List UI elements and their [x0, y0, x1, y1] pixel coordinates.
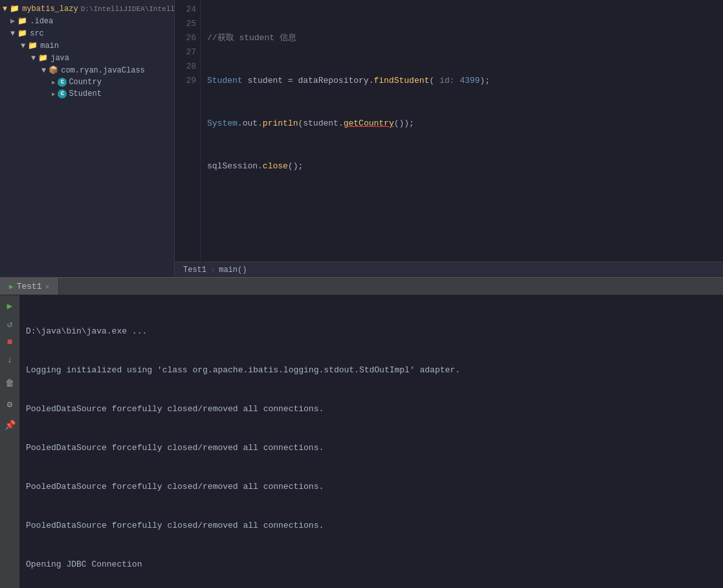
sidebar-country-label: Country — [69, 78, 101, 87]
console-line-3: PooledDataSource forcefully closed/remov… — [26, 442, 717, 455]
sidebar-idea-label: .idea — [30, 17, 53, 26]
code-line-25: Student student = dataRepository.findStu… — [207, 74, 717, 88]
run-tab-close[interactable]: ✕ — [45, 282, 50, 291]
console-line-2: PooledDataSource forcefully closed/remov… — [26, 403, 717, 416]
settings-button[interactable]: ⚙ — [3, 398, 16, 411]
code-content: 24 25 26 27 28 29 //获取 student 信息 Studen… — [175, 0, 723, 262]
run-tab-label: Test1 — [17, 282, 42, 291]
editor-area: ▼ 📁 mybatis_lazy D:\IntelliJIDEA\Intelli… — [0, 0, 723, 277]
run-bar: ▶ Test1 ✕ — [0, 277, 723, 295]
run-icon: ▶ — [9, 282, 14, 291]
project-name: mybatis_lazy — [22, 5, 78, 14]
sidebar-item-student[interactable]: ▶ C Student — [0, 88, 174, 100]
run-button[interactable]: ▶ — [3, 299, 16, 312]
breadcrumb-sep: › — [210, 266, 215, 275]
project-sidebar: ▼ 📁 mybatis_lazy D:\IntelliJIDEA\Intelli… — [0, 0, 175, 277]
stop-button[interactable]: ■ — [3, 335, 16, 348]
code-line-24: //获取 student 信息 — [207, 31, 717, 45]
breadcrumb-file: Test1 — [183, 266, 206, 275]
breadcrumb-bar: Test1 › main() — [175, 262, 723, 277]
sidebar-item-main[interactable]: ▼ 📁 main — [0, 40, 174, 52]
sidebar-package-label: com.ryan.javaClass — [61, 66, 145, 75]
sidebar-item-project[interactable]: ▼ 📁 mybatis_lazy D:\IntelliJIDEA\Intelli… — [0, 3, 174, 15]
run-tab[interactable]: ▶ Test1 ✕ — [0, 278, 59, 295]
line-numbers: 24 25 26 27 28 29 — [175, 0, 201, 262]
console-header: D:\java\bin\java.exe ... — [26, 325, 717, 338]
sidebar-item-src[interactable]: ▼ 📁 src — [0, 27, 174, 40]
sidebar-item-package[interactable]: ▼ 📦 com.ryan.javaClass — [0, 64, 174, 76]
console-area: ▶ ↺ ■ ↓ 🗑 ⚙ 📌 D:\java\bin\java.exe ... L… — [0, 295, 723, 588]
clear-button[interactable]: 🗑 — [3, 377, 16, 390]
pin-button[interactable]: 📌 — [3, 418, 16, 431]
sidebar-item-idea[interactable]: ▶ 📁 .idea — [0, 15, 174, 27]
sidebar-java-label: java — [50, 54, 69, 63]
sidebar-item-java[interactable]: ▼ 📁 java — [0, 52, 174, 64]
console-output[interactable]: D:\java\bin\java.exe ... Logging initial… — [19, 295, 723, 588]
sidebar-item-country[interactable]: ▶ C Country — [0, 76, 174, 88]
console-line-6: Opening JDBC Connection — [26, 558, 717, 571]
sidebar-src-label: src — [30, 29, 44, 38]
breadcrumb-method: main() — [219, 266, 247, 275]
code-line-26: System.out.println(student.getCountry())… — [207, 117, 717, 131]
console-line-4: PooledDataSource forcefully closed/remov… — [26, 481, 717, 493]
code-line-27: sqlSession.close(); — [207, 159, 717, 174]
code-lines[interactable]: //获取 student 信息 Student student = dataRe… — [201, 0, 723, 262]
console-line-1: Logging initialized using 'class org.apa… — [26, 364, 717, 377]
sidebar-main-label: main — [40, 41, 59, 51]
console-line-5: PooledDataSource forcefully closed/remov… — [26, 519, 717, 532]
sidebar-student-label: Student — [69, 89, 101, 98]
rerun-button[interactable]: ↺ — [3, 317, 16, 330]
code-panel: 24 25 26 27 28 29 //获取 student 信息 Studen… — [175, 0, 723, 277]
scroll-end-button[interactable]: ↓ — [3, 354, 16, 367]
console-left-icons: ▶ ↺ ■ ↓ 🗑 ⚙ 📌 — [0, 295, 19, 588]
